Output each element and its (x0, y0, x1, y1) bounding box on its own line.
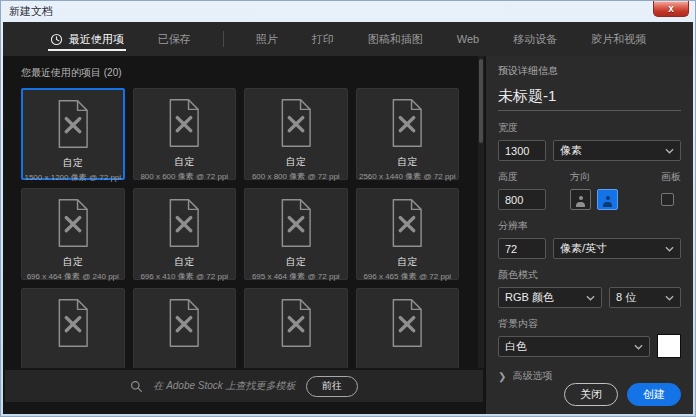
height-label: 高度 (498, 170, 561, 184)
tab-label: 已保存 (158, 32, 191, 47)
document-name-input[interactable] (498, 88, 693, 105)
tab-saved[interactable]: 已保存 (156, 22, 193, 56)
advanced-options-toggle[interactable]: ❯ 高级选项 (498, 369, 681, 383)
preset-title: 自定 (63, 255, 83, 269)
tab-label: Web (457, 33, 479, 45)
window-close-button[interactable]: x (653, 1, 689, 17)
recent-preset-card[interactable] (21, 288, 125, 368)
resolution-input[interactable] (498, 238, 546, 259)
document-x-icon (387, 198, 427, 252)
recent-preset-card[interactable] (244, 288, 348, 368)
preset-details-header: 预设详细信息 (498, 64, 681, 78)
resolution-unit-select[interactable]: 像素/英寸 (553, 238, 681, 259)
tab-art[interactable]: 图稿和插图 (366, 22, 425, 56)
width-unit-value: 像素 (560, 143, 582, 158)
tab-recent[interactable]: 最近使用项 (48, 22, 126, 56)
preset-dimensions: 696 x 410 像素 @ 72 ppi (140, 271, 228, 282)
stock-search-placeholder: 在 Adobe Stock 上查找更多模板 (153, 379, 295, 393)
recent-preset-card[interactable] (133, 288, 237, 368)
scrollbar[interactable] (478, 56, 484, 368)
recent-preset-card[interactable]: 自定 696 x 464 像素 @ 240 ppi (21, 188, 125, 280)
recent-header: 您最近使用的项目 (20) (3, 56, 485, 88)
preset-title: 自定 (286, 255, 306, 269)
search-icon (130, 380, 143, 393)
tab-film[interactable]: 胶片和视频 (589, 22, 648, 56)
tab-label: 照片 (256, 32, 278, 47)
color-mode-label: 颜色模式 (498, 268, 681, 282)
orientation-portrait-icon[interactable] (570, 189, 591, 210)
tab-mobile[interactable]: 移动设备 (511, 22, 559, 56)
chevron-right-icon: ❯ (498, 371, 506, 382)
recent-preset-card[interactable]: 自定 695 x 464 像素 @ 72 ppi (244, 188, 348, 280)
recent-preset-card[interactable]: 自定 696 x 410 像素 @ 72 ppi (133, 188, 237, 280)
color-mode-select[interactable]: RGB 颜色 (498, 287, 602, 308)
recent-preset-card[interactable]: 自定 600 x 800 像素 @ 72 ppi (244, 88, 348, 180)
preset-title: 自定 (174, 155, 194, 169)
chevron-down-icon (665, 246, 674, 252)
recent-preset-card[interactable]: 自定 1500 x 1200 像素 @ 72 ppi (21, 88, 125, 180)
document-x-icon (53, 99, 93, 153)
tab-web[interactable]: Web (455, 22, 481, 56)
artboard-label: 画板 (661, 170, 681, 184)
recent-preset-card[interactable]: 自定 2560 x 1440 像素 @ 72 ppi (356, 88, 460, 180)
document-x-icon (164, 298, 204, 352)
document-x-icon (276, 198, 316, 252)
document-x-icon (276, 98, 316, 152)
chevron-down-icon (665, 295, 674, 301)
orientation-landscape-icon[interactable] (597, 189, 618, 210)
document-x-icon (164, 198, 204, 252)
orientation-label: 方向 (570, 170, 661, 184)
background-color-swatch[interactable] (657, 334, 681, 358)
width-unit-select[interactable]: 像素 (553, 140, 681, 161)
tab-label: 胶片和视频 (591, 32, 646, 47)
document-x-icon (53, 198, 93, 252)
dialog-body: 最近使用项 已保存 照片 打印 图稿和插图 Web 移动设备 胶 (3, 22, 693, 414)
preset-title: 自定 (63, 156, 83, 170)
clock-icon (50, 33, 63, 46)
preset-dimensions: 800 x 600 像素 @ 72 ppi (140, 171, 228, 182)
resolution-unit-value: 像素/英寸 (560, 241, 607, 256)
preset-dimensions: 695 x 464 像素 @ 72 ppi (252, 271, 340, 282)
recent-preset-card[interactable]: 自定 696 x 465 像素 @ 72 ppi (356, 188, 460, 280)
document-x-icon (276, 298, 316, 352)
create-button[interactable]: 创建 (627, 383, 681, 406)
tab-label: 图稿和插图 (368, 32, 423, 47)
preset-details-panel: 预设详细信息 宽度 像素 高度 (485, 56, 693, 414)
new-document-dialog: 新建文档 x 最近使用项 已保存 照片 打印 图稿和插图 We (0, 0, 696, 417)
width-input[interactable] (498, 140, 546, 161)
preset-dimensions: 696 x 465 像素 @ 72 ppi (363, 271, 451, 282)
preset-title: 自定 (397, 155, 417, 169)
preset-dimensions: 2560 x 1440 像素 @ 72 ppi (359, 171, 456, 182)
chevron-down-icon (665, 148, 674, 154)
dialog-footer: 关闭 创建 (498, 383, 681, 406)
bit-depth-select[interactable]: 8 位 (609, 287, 681, 308)
tab-print[interactable]: 打印 (310, 22, 336, 56)
recent-files-panel: 您最近使用的项目 (20) 自定 1500 x 1200 像素 @ 72 ppi… (3, 56, 485, 414)
background-label: 背景内容 (498, 317, 681, 331)
stock-search-bar[interactable]: 在 Adobe Stock 上查找更多模板 前往 (5, 370, 483, 402)
recent-preset-card[interactable]: 自定 800 x 600 像素 @ 72 ppi (133, 88, 237, 180)
document-name-row (498, 88, 681, 111)
close-button[interactable]: 关闭 (564, 383, 618, 406)
height-orientation-row: 高度 方向 画板 (498, 170, 681, 210)
background-select[interactable]: 白色 (498, 336, 650, 357)
recent-preset-card[interactable] (356, 288, 460, 368)
tab-label: 打印 (312, 32, 334, 47)
recent-grid: 自定 1500 x 1200 像素 @ 72 ppi 自定 800 x 600 … (3, 88, 477, 368)
document-x-icon (387, 298, 427, 352)
height-input[interactable] (498, 189, 546, 210)
artboard-checkbox[interactable] (661, 193, 674, 206)
tab-divider (223, 31, 224, 47)
document-x-icon (387, 98, 427, 152)
resolution-label: 分辨率 (498, 219, 681, 233)
preset-title: 自定 (174, 255, 194, 269)
chevron-down-icon (634, 344, 643, 350)
preset-title: 自定 (397, 255, 417, 269)
width-label: 宽度 (498, 121, 681, 135)
background-value: 白色 (505, 339, 527, 354)
scrollbar-thumb[interactable] (479, 59, 483, 143)
go-button[interactable]: 前往 (306, 376, 358, 397)
main-area: 您最近使用的项目 (20) 自定 1500 x 1200 像素 @ 72 ppi… (3, 56, 693, 414)
tab-photo[interactable]: 照片 (254, 22, 280, 56)
document-x-icon (53, 298, 93, 352)
